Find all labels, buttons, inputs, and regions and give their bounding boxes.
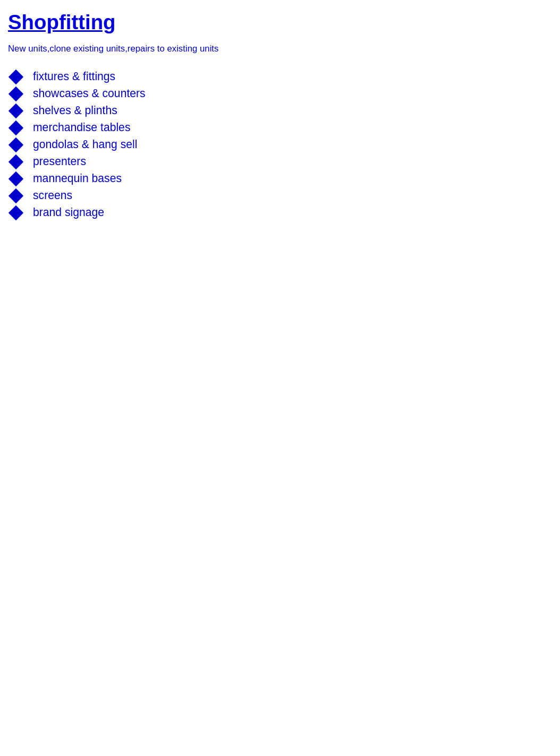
list-item: fixtures & fittings: [11, 70, 555, 83]
diamond-icon: [9, 154, 23, 169]
diamond-icon: [9, 87, 23, 101]
list-item: screens: [11, 189, 555, 202]
list-item: brand signage: [11, 206, 555, 219]
list-item-label: brand signage: [33, 206, 104, 219]
list-item-label: mannequin bases: [33, 172, 122, 185]
list-item: mannequin bases: [11, 172, 555, 185]
list-item-label: shelves & plinths: [33, 104, 117, 117]
list-item-label: showcases & counters: [33, 87, 146, 100]
diamond-icon: [9, 205, 23, 220]
page-title: Shopfitting: [8, 11, 555, 34]
list-item-label: fixtures & fittings: [33, 70, 115, 83]
list-item-label: screens: [33, 189, 72, 202]
diamond-icon: [9, 171, 23, 186]
diamond-icon: [9, 121, 23, 135]
diamond-icon: [9, 188, 23, 203]
list-item: merchandise tables: [11, 121, 555, 134]
list-item-label: presenters: [33, 155, 86, 168]
diamond-icon: [9, 104, 23, 118]
diamond-icon: [9, 138, 23, 152]
list-item: presenters: [11, 155, 555, 168]
list-item-label: gondolas & hang sell: [33, 138, 137, 151]
list-item: shelves & plinths: [11, 104, 555, 117]
page-subtitle: New units,clone existing units,repairs t…: [8, 44, 555, 54]
list-item: gondolas & hang sell: [11, 138, 555, 151]
list-item-label: merchandise tables: [33, 121, 130, 134]
diamond-icon: [9, 70, 23, 84]
shopfitting-list: fixtures & fittingsshowcases & counterss…: [5, 70, 555, 219]
list-item: showcases & counters: [11, 87, 555, 100]
